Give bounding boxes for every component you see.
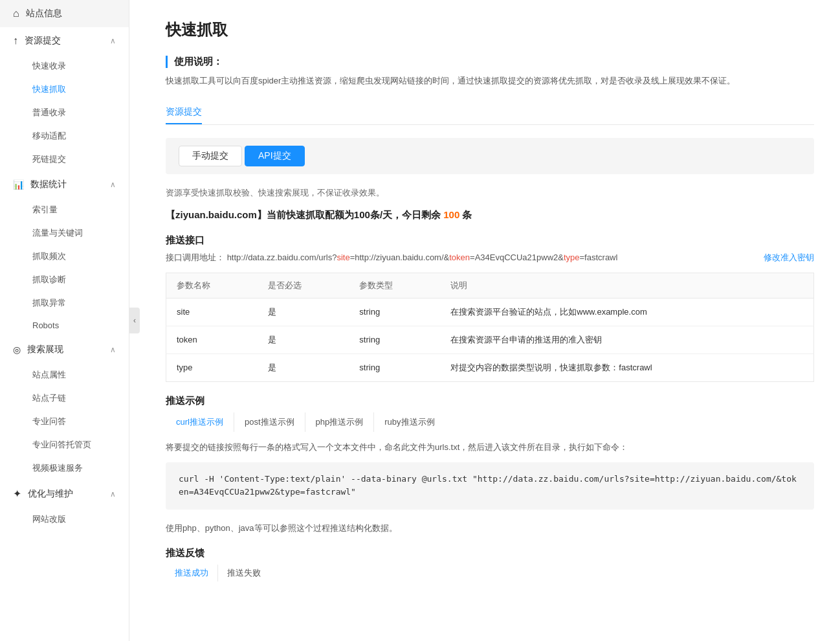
sidebar-subitem-crawl-anomaly[interactable]: 抓取异常: [0, 291, 129, 315]
feedback-tab-success[interactable]: 推送成功: [166, 565, 218, 581]
optimize-icon: ✦: [13, 488, 21, 500]
api-url-site-key: site: [337, 253, 349, 262]
chevron-down-icon: ∧: [110, 36, 116, 45]
sidebar-subitem-mobile-adapt[interactable]: 移动适配: [0, 124, 129, 148]
api-url-site-val: =http://ziyuan.baidu.com/&: [350, 253, 450, 262]
quota-count: 100: [443, 209, 459, 220]
sidebar: ⌂ 站点信息 ↑ 资源提交 ∧ 快速收录 快速抓取 普通收录 移动适配 死链提交…: [0, 0, 129, 641]
table-header-desc: 说明: [440, 273, 813, 298]
param-name: token: [166, 326, 258, 354]
manual-submit-button[interactable]: 手动提交: [179, 146, 242, 166]
example-tab-ruby[interactable]: ruby推送示例: [374, 412, 445, 432]
example-tabs: curl推送示例 post推送示例 php推送示例 ruby推送示例: [166, 412, 814, 432]
table-row: token 是 string 在搜索资源平台申请的推送用的准入密钥: [166, 326, 814, 354]
sidebar-item-data-stats-label: 数据统计: [30, 179, 67, 190]
sidebar-subitem-faq-trust[interactable]: 专业问答托管页: [0, 433, 129, 456]
sidebar-subitem-fast-crawl[interactable]: 快速抓取: [0, 78, 129, 101]
quota-suffix: 条: [462, 209, 472, 220]
resource-icon: ↑: [13, 35, 18, 47]
sidebar-subitem-robots[interactable]: Robots: [0, 315, 129, 336]
table-header-required: 是否必选: [258, 273, 349, 298]
param-required: 是: [258, 354, 349, 381]
chevron-down-icon-4: ∧: [110, 489, 116, 499]
sidebar-subitem-dead-link[interactable]: 死链提交: [0, 148, 129, 171]
table-header-type: 参数类型: [349, 273, 440, 298]
feedback-tab-fail[interactable]: 推送失败: [218, 565, 270, 581]
api-url-token-val: =A34EvqCCUa21pww2&: [470, 253, 564, 262]
sidebar-subitem-crawl-freq[interactable]: 抓取频次: [0, 245, 129, 268]
main-content: 快速抓取 使用说明： 快速抓取工具可以向百度spider主动推送资源，缩短爬虫发…: [140, 0, 840, 641]
sidebar-item-optimize[interactable]: ✦ 优化与维护 ∧: [0, 480, 129, 508]
param-required: 是: [258, 298, 349, 326]
sidebar-subitem-normal-index[interactable]: 普通收录: [0, 101, 129, 124]
param-type: string: [349, 298, 440, 326]
api-url-type-val: =fastcrawl: [580, 253, 618, 262]
sidebar-item-search-display[interactable]: ◎ 搜索展现 ∧: [0, 336, 129, 363]
usage-section: 使用说明： 快速抓取工具可以向百度spider主动推送资源，缩短爬虫发现网站链接…: [166, 56, 814, 88]
api-url-type-key: type: [564, 253, 580, 262]
sidebar-item-optimize-label: 优化与维护: [28, 488, 73, 500]
sidebar-item-site-info[interactable]: ⌂ 站点信息: [0, 0, 129, 27]
param-type: string: [349, 354, 440, 381]
example-tab-post[interactable]: post推送示例: [234, 412, 305, 432]
tab-nav: 资源提交: [166, 101, 814, 125]
sidebar-subitem-site-chain[interactable]: 站点子链: [0, 387, 129, 410]
analytics-icon: 📊: [13, 179, 24, 190]
sidebar-subitem-quick-index[interactable]: 快速收录: [0, 54, 129, 78]
param-type: string: [349, 326, 440, 354]
api-url-text: 接口调用地址： http://data.zz.baidu.com/urls?si…: [166, 252, 617, 264]
search-display-icon: ◎: [13, 344, 21, 355]
push-desc: 将要提交的链接按照每行一条的格式写入一个文本文件中，命名此文件为urls.txt…: [166, 441, 814, 455]
sidebar-subitem-traffic[interactable]: 流量与关键词: [0, 221, 129, 245]
modify-key-link[interactable]: 修改准入密钥: [764, 252, 814, 264]
push-interface-title: 推送接口: [166, 234, 814, 247]
push-feedback-title: 推送反馈: [166, 547, 814, 559]
sidebar-subitem-index-count[interactable]: 索引量: [0, 198, 129, 221]
submit-type-bar: 手动提交 API提交: [166, 138, 814, 174]
collapse-arrow-icon: ‹: [133, 316, 136, 325]
sidebar-item-resource-label: 资源提交: [25, 35, 61, 47]
param-desc: 在搜索资源平台验证的站点，比如www.example.com: [440, 298, 813, 326]
sidebar-subitem-crawl-diag[interactable]: 抓取诊断: [0, 268, 129, 291]
chevron-down-icon-2: ∧: [110, 180, 116, 189]
quota-prefix: 【ziyuan.baidu.com】当前快速抓取配额为100条/天，今日剩余: [166, 209, 441, 220]
table-row: site 是 string 在搜索资源平台验证的站点，比如www.example…: [166, 298, 814, 326]
example-tab-curl[interactable]: curl推送示例: [166, 412, 234, 432]
params-table: 参数名称 是否必选 参数类型 说明 site 是 string 在搜索资源平台验…: [166, 273, 814, 382]
api-submit-button[interactable]: API提交: [245, 146, 305, 166]
api-url-base: http://data.zz.baidu.com/urls?: [227, 253, 337, 262]
usage-desc: 快速抓取工具可以向百度spider主动推送资源，缩短爬虫发现网站链接的时间，通过…: [166, 74, 814, 88]
sidebar-subitem-website-upgrade[interactable]: 网站改版: [0, 508, 129, 531]
feedback-tabs: 推送成功 推送失败: [166, 565, 814, 581]
page-title: 快速抓取: [166, 19, 814, 40]
param-name: site: [166, 298, 258, 326]
example-tab-php[interactable]: php推送示例: [305, 412, 375, 432]
api-url-token-key: token: [449, 253, 470, 262]
resource-desc: 资源享受快速抓取校验、快速搜索展现，不保证收录效果。: [166, 187, 814, 199]
param-desc: 对提交内容的数据类型说明，快速抓取参数：fastcrawl: [440, 354, 813, 381]
sidebar-item-site-info-label: 站点信息: [26, 8, 62, 19]
sidebar-item-resource-submit[interactable]: ↑ 资源提交 ∧: [0, 27, 129, 54]
table-row: type 是 string 对提交内容的数据类型说明，快速抓取参数：fastcr…: [166, 354, 814, 381]
table-header-name: 参数名称: [166, 273, 258, 298]
home-icon: ⌂: [13, 8, 19, 19]
usage-title: 使用说明：: [166, 56, 814, 68]
sidebar-subitem-video-fast[interactable]: 视频极速服务: [0, 456, 129, 480]
code-block: curl -H 'Content-Type:text/plain' --data…: [166, 462, 814, 510]
param-desc: 在搜索资源平台申请的推送用的准入密钥: [440, 326, 813, 354]
push-example-title: 推送示例: [166, 395, 814, 407]
sidebar-item-data-stats[interactable]: 📊 数据统计 ∧: [0, 171, 129, 198]
param-name: type: [166, 354, 258, 381]
sidebar-subitem-faq[interactable]: 专业问答: [0, 410, 129, 433]
api-url-row: 接口调用地址： http://data.zz.baidu.com/urls?si…: [166, 252, 814, 264]
param-required: 是: [258, 326, 349, 354]
quota-notice: 【ziyuan.baidu.com】当前快速抓取配额为100条/天，今日剩余 1…: [166, 209, 814, 221]
api-url-label: 接口调用地址：: [166, 253, 225, 262]
tab-resource-submit[interactable]: 资源提交: [166, 101, 202, 124]
sidebar-collapse-button[interactable]: ‹: [129, 308, 140, 333]
chevron-down-icon-3: ∧: [110, 345, 116, 354]
sidebar-item-search-display-label: 搜索展现: [27, 344, 63, 355]
php-note: 使用php、python、java等可以参照这个过程推送结构化数据。: [166, 523, 814, 534]
sidebar-subitem-site-attr[interactable]: 站点属性: [0, 363, 129, 387]
